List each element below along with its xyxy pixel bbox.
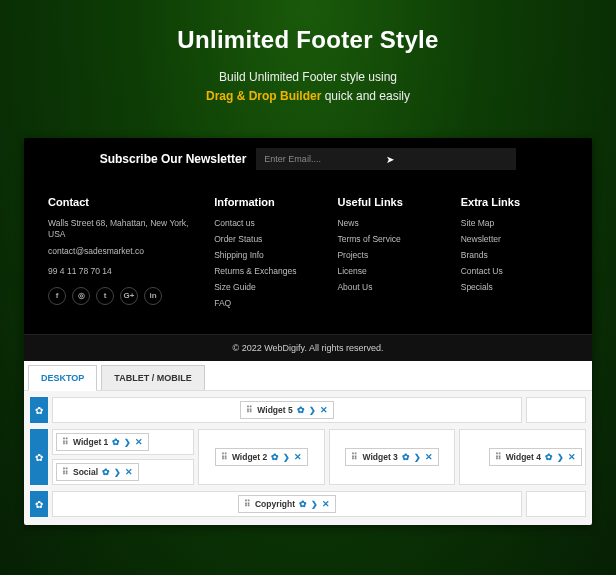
- widget-5[interactable]: ⠿ Widget 5 ✿ ❯ ✕: [240, 401, 333, 419]
- close-icon[interactable]: ✕: [320, 405, 328, 415]
- widget-copyright[interactable]: ⠿ Copyright ✿ ❯ ✕: [238, 495, 336, 513]
- tab-mobile[interactable]: TABLET / MOBILE: [101, 365, 204, 390]
- close-icon[interactable]: ✕: [294, 452, 302, 462]
- row-settings-button[interactable]: ✿: [30, 429, 48, 485]
- widget-2[interactable]: ⠿ Widget 2 ✿ ❯ ✕: [215, 448, 308, 466]
- widget-1[interactable]: ⠿ Widget 1 ✿ ❯ ✕: [56, 433, 149, 451]
- page-title: Unlimited Footer Style: [20, 26, 596, 54]
- list-item[interactable]: Shipping Info: [214, 250, 321, 260]
- gear-icon[interactable]: ✿: [402, 452, 410, 462]
- builder-zone[interactable]: [526, 491, 586, 517]
- footer-phone: 99 4 11 78 70 14: [48, 266, 198, 277]
- chevron-icon[interactable]: ❯: [311, 500, 318, 509]
- instagram-icon[interactable]: ◎: [72, 287, 90, 305]
- tab-desktop[interactable]: DESKTOP: [28, 365, 97, 391]
- google-plus-icon[interactable]: G+: [120, 287, 138, 305]
- footer-heading-information: Information: [214, 196, 321, 208]
- close-icon[interactable]: ✕: [125, 467, 133, 477]
- widget-label: Copyright: [255, 499, 295, 509]
- footer-copyright: © 2022 WebDigify. All rights reserved.: [24, 334, 592, 361]
- gear-icon[interactable]: ✿: [271, 452, 279, 462]
- list-item[interactable]: FAQ: [214, 298, 321, 308]
- linkedin-icon[interactable]: in: [144, 287, 162, 305]
- footer-col-contact: Contact Walls Street 68, Mahattan, New Y…: [48, 196, 198, 314]
- builder-zone[interactable]: ⠿ Widget 2 ✿ ❯ ✕: [198, 429, 325, 485]
- list-item[interactable]: Site Map: [461, 218, 568, 228]
- footer-heading-useful: Useful Links: [337, 196, 444, 208]
- footer-address: Walls Street 68, Mahattan, New York, USA: [48, 218, 198, 240]
- drag-icon[interactable]: ⠿: [221, 452, 228, 462]
- chevron-icon[interactable]: ❯: [114, 468, 121, 477]
- newsletter-placeholder: Enter Email....: [264, 154, 386, 164]
- list-item[interactable]: Contact us: [214, 218, 321, 228]
- hero-subtitle: Build Unlimited Footer style using Drag …: [20, 68, 596, 106]
- twitter-icon[interactable]: t: [96, 287, 114, 305]
- gear-icon[interactable]: ✿: [102, 467, 110, 477]
- list-item[interactable]: Size Guide: [214, 282, 321, 292]
- footer-heading-contact: Contact: [48, 196, 198, 208]
- builder-zone[interactable]: ⠿ Widget 4 ✿ ❯ ✕: [459, 429, 586, 485]
- list-item[interactable]: About Us: [337, 282, 444, 292]
- close-icon[interactable]: ✕: [135, 437, 143, 447]
- send-icon[interactable]: ➤: [386, 154, 508, 165]
- drag-icon[interactable]: ⠿: [62, 437, 69, 447]
- footer-email: contact@sadesmarket.co: [48, 246, 198, 257]
- footer-col-information: Information Contact us Order Status Ship…: [214, 196, 321, 314]
- list-item[interactable]: News: [337, 218, 444, 228]
- list-item[interactable]: Projects: [337, 250, 444, 260]
- builder-zone[interactable]: ⠿ Social ✿ ❯ ✕: [52, 459, 194, 485]
- footer-columns: Contact Walls Street 68, Mahattan, New Y…: [24, 180, 592, 334]
- builder: DESKTOP TABLET / MOBILE ✿ ⠿ Widget 5 ✿ ❯…: [24, 361, 592, 525]
- list-item[interactable]: License: [337, 266, 444, 276]
- builder-row-1: ✿ ⠿ Widget 5 ✿ ❯ ✕: [30, 397, 586, 423]
- footer-col-useful: Useful Links News Terms of Service Proje…: [337, 196, 444, 314]
- widget-label: Widget 2: [232, 452, 267, 462]
- gear-icon[interactable]: ✿: [299, 499, 307, 509]
- chevron-icon[interactable]: ❯: [124, 438, 131, 447]
- widget-label: Widget 3: [362, 452, 397, 462]
- builder-row-3: ✿ ⠿ Copyright ✿ ❯ ✕: [30, 491, 586, 517]
- drag-icon[interactable]: ⠿: [62, 467, 69, 477]
- builder-zone[interactable]: ⠿ Widget 3 ✿ ❯ ✕: [329, 429, 456, 485]
- facebook-icon[interactable]: f: [48, 287, 66, 305]
- chevron-icon[interactable]: ❯: [309, 406, 316, 415]
- builder-tabs: DESKTOP TABLET / MOBILE: [24, 361, 592, 391]
- widget-label: Social: [73, 467, 98, 477]
- list-item[interactable]: Specials: [461, 282, 568, 292]
- drag-icon[interactable]: ⠿: [246, 405, 253, 415]
- chevron-icon[interactable]: ❯: [283, 453, 290, 462]
- builder-row-2: ✿ ⠿ Widget 1 ✿ ❯ ✕ ⠿ Social ✿: [30, 429, 586, 485]
- list-item[interactable]: Brands: [461, 250, 568, 260]
- list-item[interactable]: Newsletter: [461, 234, 568, 244]
- hero: Unlimited Footer Style Build Unlimited F…: [0, 0, 616, 120]
- widget-label: Widget 1: [73, 437, 108, 447]
- drag-icon[interactable]: ⠿: [244, 499, 251, 509]
- newsletter-title: Subscribe Our Newsletter: [100, 152, 247, 166]
- footer-col-extra: Extra Links Site Map Newsletter Brands C…: [461, 196, 568, 314]
- list-item[interactable]: Order Status: [214, 234, 321, 244]
- builder-zone[interactable]: [526, 397, 586, 423]
- newsletter-input[interactable]: Enter Email.... ➤: [256, 148, 516, 170]
- list-item[interactable]: Terms of Service: [337, 234, 444, 244]
- builder-zone[interactable]: ⠿ Widget 1 ✿ ❯ ✕: [52, 429, 194, 455]
- chevron-icon[interactable]: ❯: [557, 453, 564, 462]
- widget-label: Widget 5: [257, 405, 292, 415]
- list-item[interactable]: Contact Us: [461, 266, 568, 276]
- chevron-icon[interactable]: ❯: [414, 453, 421, 462]
- widget-3[interactable]: ⠿ Widget 3 ✿ ❯ ✕: [345, 448, 438, 466]
- widget-4[interactable]: ⠿ Widget 4 ✿ ❯ ✕: [489, 448, 582, 466]
- widget-social[interactable]: ⠿ Social ✿ ❯ ✕: [56, 463, 139, 481]
- gear-icon[interactable]: ✿: [112, 437, 120, 447]
- gear-icon[interactable]: ✿: [297, 405, 305, 415]
- builder-zone[interactable]: ⠿ Copyright ✿ ❯ ✕: [52, 491, 522, 517]
- row-settings-button[interactable]: ✿: [30, 491, 48, 517]
- list-item[interactable]: Returns & Exchanges: [214, 266, 321, 276]
- row-settings-button[interactable]: ✿: [30, 397, 48, 423]
- close-icon[interactable]: ✕: [425, 452, 433, 462]
- builder-zone[interactable]: ⠿ Widget 5 ✿ ❯ ✕: [52, 397, 522, 423]
- close-icon[interactable]: ✕: [568, 452, 576, 462]
- drag-icon[interactable]: ⠿: [495, 452, 502, 462]
- drag-icon[interactable]: ⠿: [351, 452, 358, 462]
- gear-icon[interactable]: ✿: [545, 452, 553, 462]
- close-icon[interactable]: ✕: [322, 499, 330, 509]
